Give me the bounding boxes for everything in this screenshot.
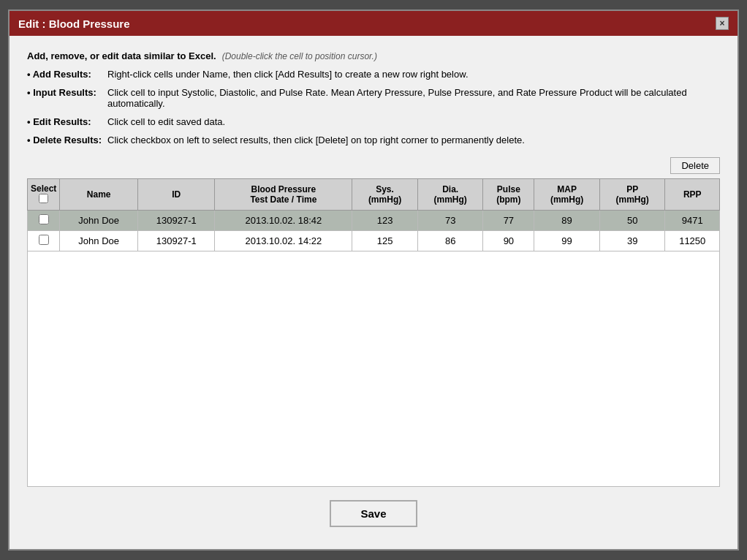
cell-id[interactable]: 130927-1 bbox=[138, 211, 215, 231]
sub-note: (Double-click the cell to position curso… bbox=[222, 51, 377, 61]
cell-map[interactable]: 99 bbox=[534, 231, 600, 251]
cell-id[interactable]: 130927-1 bbox=[138, 231, 215, 251]
close-button[interactable]: × bbox=[716, 17, 729, 30]
table-row[interactable]: John Doe130927-12013.10.02. 14:221258690… bbox=[28, 231, 720, 251]
row-checkbox-1[interactable] bbox=[39, 235, 49, 245]
cell-bp_date_time[interactable]: 2013.10.02. 14:22 bbox=[215, 231, 352, 251]
select-all-checkbox[interactable] bbox=[39, 194, 48, 203]
main-note: Add, remove, or edit data similar to Exc… bbox=[27, 50, 216, 61]
cell-dia[interactable]: 73 bbox=[417, 211, 483, 231]
cell-pulse[interactable]: 90 bbox=[483, 231, 534, 251]
save-section: Save bbox=[27, 487, 720, 534]
instructions-section: Add, remove, or edit data similar to Exc… bbox=[27, 50, 720, 145]
toolbar: Delete bbox=[27, 157, 720, 174]
input-results-text: Click cell to input Systolic, Diastolic,… bbox=[107, 87, 720, 109]
col-sys: Sys.(mmHg) bbox=[352, 179, 418, 211]
delete-button[interactable]: Delete bbox=[670, 157, 720, 174]
col-map: MAP(mmHg) bbox=[534, 179, 600, 211]
col-id: ID bbox=[138, 179, 215, 211]
cell-rpp[interactable]: 11250 bbox=[665, 231, 720, 251]
empty-table-area bbox=[27, 251, 720, 487]
add-results-instruction: • Add Results: Right-click cells under N… bbox=[27, 69, 720, 80]
cell-map[interactable]: 89 bbox=[534, 211, 600, 231]
cell-dia[interactable]: 86 bbox=[417, 231, 483, 251]
cell-name[interactable]: John Doe bbox=[60, 211, 138, 231]
col-pp: PP(mmHg) bbox=[599, 179, 665, 211]
col-dia: Dia.(mmHg) bbox=[417, 179, 483, 211]
edit-results-text: Click cell to edit saved data. bbox=[107, 116, 720, 127]
cell-bp_date_time[interactable]: 2013.10.02. 18:42 bbox=[215, 211, 352, 231]
modal-body: Add, remove, or edit data similar to Exc… bbox=[10, 36, 737, 549]
cell-sys[interactable]: 123 bbox=[352, 211, 418, 231]
cell-name[interactable]: John Doe bbox=[60, 231, 138, 251]
cell-pp[interactable]: 39 bbox=[599, 231, 665, 251]
edit-results-instruction: • Edit Results: Click cell to edit saved… bbox=[27, 116, 720, 127]
row-checkbox-0[interactable] bbox=[39, 214, 49, 224]
cell-pulse[interactable]: 77 bbox=[483, 211, 534, 231]
input-results-instruction: • Input Results: Click cell to input Sys… bbox=[27, 87, 720, 109]
delete-results-instruction: • Delete Results: Click checkbox on left… bbox=[27, 135, 720, 145]
data-table: Select Name ID Blood PressureTest Date /… bbox=[27, 178, 720, 251]
cell-rpp[interactable]: 9471 bbox=[665, 211, 720, 231]
table-row[interactable]: John Doe130927-12013.10.02. 18:421237377… bbox=[28, 211, 720, 231]
edit-results-label: • Edit Results: bbox=[27, 116, 107, 127]
cell-sys[interactable]: 125 bbox=[352, 231, 418, 251]
add-results-text: Right-click cells under Name, then click… bbox=[107, 69, 720, 80]
modal-dialog: Edit : Blood Pressure × Add, remove, or … bbox=[8, 10, 739, 550]
delete-results-text: Click checkbox on left to select results… bbox=[107, 135, 720, 145]
cell-pp[interactable]: 50 bbox=[599, 211, 665, 231]
col-bp-date-time: Blood PressureTest Date / Time bbox=[215, 179, 352, 211]
modal-header: Edit : Blood Pressure × bbox=[10, 11, 737, 36]
col-rpp: RPP bbox=[665, 179, 720, 211]
input-results-label: • Input Results: bbox=[27, 87, 107, 98]
col-select: Select bbox=[28, 179, 60, 211]
col-pulse: Pulse(bpm) bbox=[483, 179, 534, 211]
col-name: Name bbox=[60, 179, 138, 211]
modal-title: Edit : Blood Pressure bbox=[18, 18, 130, 30]
delete-results-label: • Delete Results: bbox=[27, 135, 107, 145]
save-button[interactable]: Save bbox=[330, 500, 417, 527]
add-results-label: • Add Results: bbox=[27, 69, 107, 80]
